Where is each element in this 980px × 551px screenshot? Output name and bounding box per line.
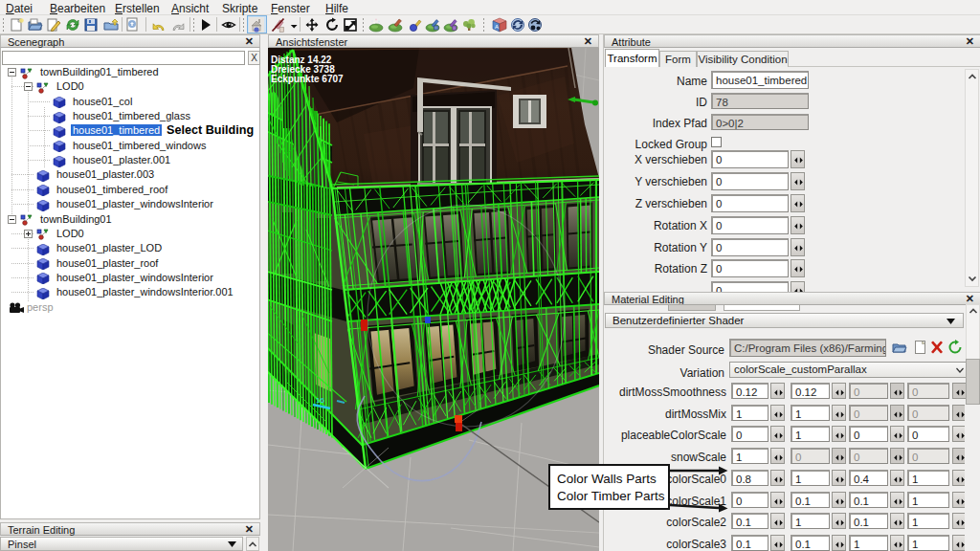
svg-text:16: 16 — [316, 396, 324, 405]
svg-text:Eckpunkte 6707: Eckpunkte 6707 — [271, 74, 344, 84]
svg-text:A: A — [495, 24, 499, 30]
